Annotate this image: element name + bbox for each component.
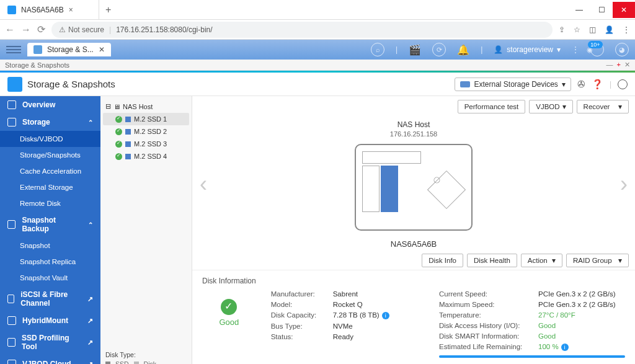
tab-close-icon[interactable]: × xyxy=(69,6,73,14)
ssd-icon xyxy=(7,338,16,347)
notification-icon[interactable]: 🔔 xyxy=(457,44,469,56)
hamburger-menu[interactable] xyxy=(6,46,21,53)
tree-item-ssd1[interactable]: M.2 SSD 1 xyxy=(103,113,189,125)
disk-tree: ⊟ 🖥 NAS Host M.2 SSD 1 M.2 SSD 2 M.2 SSD… xyxy=(100,96,192,364)
not-secure-indicator[interactable]: ⚠ Not secure xyxy=(59,25,104,34)
more-icon[interactable]: ⋮ xyxy=(572,45,579,54)
share-icon[interactable]: ⇪ xyxy=(559,25,565,34)
url-text: 176.16.251.158:8080/cgi-bin/ xyxy=(116,25,212,34)
chevron-down-icon: ▾ xyxy=(562,80,566,89)
device-host-label: NAS Host xyxy=(355,120,473,129)
action-button[interactable]: Action ▾ xyxy=(521,254,562,267)
status-ok-icon xyxy=(115,116,122,123)
breadcrumb: Storage & Snapshots ― + ✕ xyxy=(0,60,635,71)
menu-icon[interactable]: ⋮ xyxy=(623,25,630,34)
tree-item-ssd2[interactable]: M.2 SSD 2 xyxy=(103,125,189,138)
sidebar-item-snapshot-backup[interactable]: Snapshot Backup⌃ xyxy=(0,211,100,237)
sidebar-item-iscsi[interactable]: iSCSI & Fibre Channel↗ xyxy=(0,286,100,312)
maximize-button[interactable]: ☐ xyxy=(590,2,613,18)
sidebar-item-snapshot-replica[interactable]: Snapshot Replica xyxy=(0,254,100,270)
close-panel-icon[interactable]: ✕ xyxy=(624,61,630,69)
expand-panel-icon[interactable]: + xyxy=(617,61,621,69)
iscsi-icon xyxy=(7,295,14,303)
external-link-icon: ↗ xyxy=(87,317,93,325)
reload-button[interactable]: ⟳ xyxy=(37,24,45,35)
gauge-icon[interactable]: ◕ xyxy=(615,43,629,56)
drive-icon xyxy=(460,81,470,87)
browser-tab[interactable]: NAS6A5A6B × xyxy=(0,0,99,20)
device-ip: 176.16.251.158 xyxy=(355,130,473,138)
sidebar-item-overview[interactable]: Overview xyxy=(0,96,100,113)
external-link-icon: ↗ xyxy=(87,295,93,303)
min-panel-icon[interactable]: ― xyxy=(606,61,613,69)
collapse-icon[interactable]: ⊟ xyxy=(105,102,111,110)
sidebar-item-ssd-profiling[interactable]: SSD Profiling Tool↗ xyxy=(0,329,100,355)
chevron-up-icon: ⌃ xyxy=(88,221,93,228)
sidebar-item-vjbod-cloud[interactable]: VJBOD Cloud↗ xyxy=(0,355,100,364)
extensions-icon[interactable]: ◫ xyxy=(589,25,596,34)
external-link-icon: ↗ xyxy=(87,339,93,347)
module-header: Storage & Snapshots External Storage Dev… xyxy=(0,73,635,96)
sidebar-item-remote-disk[interactable]: Remote Disk xyxy=(0,195,100,211)
minimize-button[interactable]: ― xyxy=(568,2,590,18)
performance-test-button[interactable]: Performance test xyxy=(458,100,526,113)
disk-info-button[interactable]: Disk Info xyxy=(422,254,463,267)
new-tab-button[interactable]: + xyxy=(99,4,117,16)
app-tab-storage[interactable]: Storage & S... ✕ xyxy=(27,43,111,56)
settings-icon[interactable] xyxy=(618,79,628,89)
browser-addressbar: ← → ⟳ ⚠ Not secure | 176.16.251.158:8080… xyxy=(0,20,635,40)
external-storage-button[interactable]: External Storage Devices ▾ xyxy=(455,78,571,91)
search-icon[interactable]: ⌕ xyxy=(371,43,384,56)
prev-device-button[interactable]: ‹ xyxy=(200,171,207,197)
next-device-button[interactable]: › xyxy=(620,171,628,197)
tree-root[interactable]: ⊟ 🖥 NAS Host xyxy=(103,100,189,113)
tab-title: NAS6A5A6B xyxy=(21,6,64,14)
sidebar-item-hybridmount[interactable]: HybridMount↗ xyxy=(0,312,100,329)
tools-icon[interactable]: ✇ xyxy=(577,79,585,90)
status-ok-icon xyxy=(115,128,122,135)
info-icon[interactable]: i xyxy=(561,344,569,351)
recover-button[interactable]: Recover ▾ xyxy=(577,100,629,113)
chevron-up-icon: ⌃ xyxy=(88,119,93,126)
module-title: Storage & Snapshots xyxy=(27,79,115,89)
close-window-button[interactable]: ✕ xyxy=(613,2,635,18)
sidebar-item-snapshot[interactable]: Snapshot xyxy=(0,237,100,254)
hybrid-icon xyxy=(7,316,16,325)
bookmark-icon[interactable]: ☆ xyxy=(574,25,580,34)
help-icon[interactable]: ❓ xyxy=(592,79,603,90)
sidebar-item-cache[interactable]: Cache Acceleration xyxy=(0,163,100,179)
chevron-down-icon: ▾ xyxy=(557,45,561,54)
user-menu[interactable]: 👤 storagereview ▾ xyxy=(494,45,561,54)
profile-icon[interactable]: 👤 xyxy=(605,25,614,34)
info-icon[interactable]: i xyxy=(382,312,389,319)
disk-health-button[interactable]: Disk Health xyxy=(467,254,517,267)
raid-group-button[interactable]: RAID Group ▾ xyxy=(566,254,629,267)
sidebar-item-disks[interactable]: Disks/VJBOD xyxy=(0,131,100,147)
refresh-icon[interactable]: ⟳ xyxy=(432,43,446,56)
legend: Disk Type: SSDDisk Adapter Used Type: Da… xyxy=(103,348,189,364)
sidebar-item-external-storage[interactable]: External Storage xyxy=(0,179,100,195)
sidebar-item-storage[interactable]: Storage⌃ xyxy=(0,113,100,131)
close-icon[interactable]: ✕ xyxy=(99,45,105,54)
status-ok-icon xyxy=(115,153,122,160)
dashboard-icon[interactable]: ◉10+ xyxy=(590,43,604,56)
ssd-icon xyxy=(125,154,131,159)
selected-slot[interactable] xyxy=(381,166,398,212)
status-good-icon xyxy=(221,299,237,315)
overview-icon xyxy=(7,100,16,109)
device-name: NAS6A5A6B xyxy=(355,239,473,249)
tree-item-ssd3[interactable]: M.2 SSD 3 xyxy=(103,138,189,150)
address-field[interactable]: ⚠ Not secure | 176.16.251.158:8080/cgi-b… xyxy=(51,22,553,38)
status-ok-icon xyxy=(115,141,122,148)
forward-button[interactable]: → xyxy=(21,24,31,35)
sidebar-item-snapshot-vault[interactable]: Snapshot Vault xyxy=(0,270,100,286)
device-graphic[interactable] xyxy=(355,144,473,231)
tree-item-ssd4[interactable]: M.2 SSD 4 xyxy=(103,150,189,162)
back-button[interactable]: ← xyxy=(5,24,15,35)
window-controls: ― ☐ ✕ xyxy=(568,2,635,18)
life-remaining-bar xyxy=(439,355,625,358)
director-icon[interactable]: 🎬 xyxy=(409,44,421,56)
vjbod-button[interactable]: VJBOD ▾ xyxy=(529,100,572,113)
sidebar-nav: Overview Storage⌃ Disks/VJBOD Storage/Sn… xyxy=(0,96,100,364)
sidebar-item-storage-snapshots[interactable]: Storage/Snapshots xyxy=(0,147,100,163)
